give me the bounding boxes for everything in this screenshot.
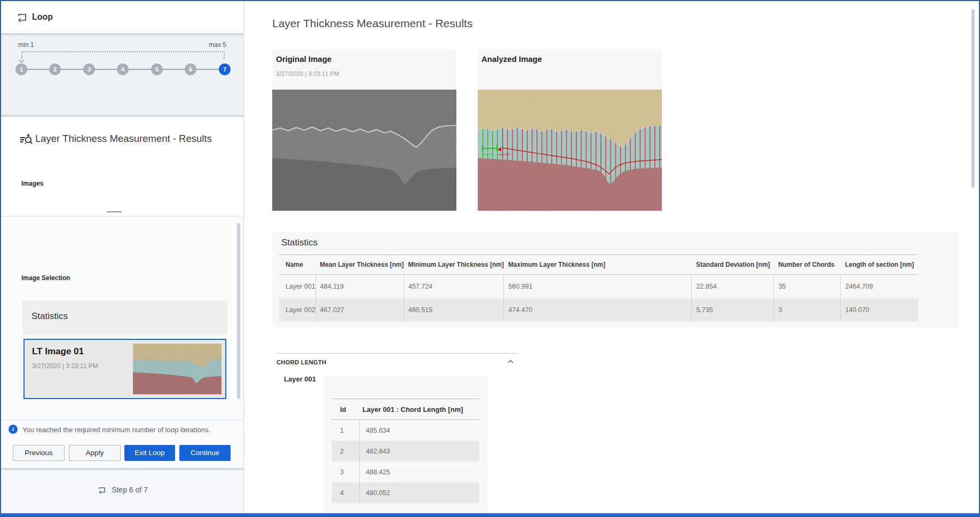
chord-row: 1 485.634 — [331, 420, 479, 441]
statistics-table: Name Mean Layer Thickness [nm] Minimum L… — [279, 254, 918, 322]
chord-layer-label: Layer 001 — [284, 375, 316, 383]
statistics-panel: Statistics Name Mean Layer Thickness [nm… — [272, 232, 958, 327]
drag-handle[interactable] — [107, 211, 122, 212]
original-image-card: Original Image 3/27/2020 | 3:23:11 PM — [272, 49, 456, 211]
lt-image-timestamp: 3/27/2020 | 3:23:11 PM — [32, 362, 98, 370]
chevron-up-icon[interactable] — [507, 360, 514, 364]
window-bottom-border — [1, 513, 979, 516]
cell: 480.052 — [359, 482, 479, 503]
loop-icon — [15, 11, 28, 23]
cell: 22.854 — [692, 275, 774, 299]
chord-length-table: Id Layer 001 : Chord Length [nm] 1 485.6… — [331, 399, 479, 503]
cell: 484.119 — [315, 275, 404, 299]
original-image-title: Original Image — [276, 54, 331, 63]
app-window: Loop min 1 max 5 1 2 3 4 5 6 7 — [0, 0, 980, 517]
statistics-title: Statistics — [281, 237, 318, 248]
cell: 482.843 — [359, 441, 479, 462]
step-progress-label: Step 6 of 7 — [112, 486, 148, 494]
image-selection-label: Image Selection — [21, 274, 70, 282]
cell: 3 — [331, 462, 359, 482]
original-image-header: Original Image 3/27/2020 | 3:23:11 PM — [272, 49, 456, 90]
col-length: Length of section [nm] — [841, 255, 918, 275]
col-name: Name — [279, 255, 315, 275]
min-iterations-label: min 1 — [18, 41, 34, 49]
exit-loop-button[interactable]: Exit Loop — [124, 445, 175, 461]
cell: 474.470 — [504, 298, 692, 322]
cell: 467.027 — [315, 298, 404, 322]
col-chord-length: Layer 001 : Chord Length [nm] — [359, 399, 479, 420]
previous-button[interactable]: Previous — [13, 445, 65, 461]
step-4[interactable]: 4 — [117, 63, 129, 75]
statistics-list-item[interactable]: Statistics — [22, 300, 227, 335]
cell: 35 — [774, 275, 841, 299]
apply-button[interactable]: Apply — [69, 445, 121, 461]
cell: 140.070 — [841, 298, 918, 322]
image-selection-panel: Image Selection Statistics LT Image 01 3… — [1, 217, 243, 419]
section-divider — [276, 353, 518, 354]
iteration-range-bracket — [21, 51, 225, 59]
cell: 4 — [331, 482, 359, 503]
chevron-down-icon — [18, 59, 25, 63]
table-row-layer-002: Layer 002 467.027 460.515 474.470 5.735 … — [279, 298, 918, 322]
chord-row: 2 482.843 — [331, 441, 479, 462]
loop-header: Loop — [1, 1, 243, 33]
statistics-header-row: Name Mean Layer Thickness [nm] Minimum L… — [279, 255, 918, 275]
cell: 3 — [774, 298, 841, 322]
loop-icon — [97, 485, 106, 495]
sidebar-footer: Step 6 of 7 — [1, 470, 243, 513]
col-mean: Mean Layer Thickness [nm] — [315, 255, 404, 275]
step-3[interactable]: 3 — [83, 63, 95, 75]
sidebar: Loop min 1 max 5 1 2 3 4 5 6 7 — [1, 1, 244, 516]
chord-length-table-container: Id Layer 001 : Chord Length [nm] 1 485.6… — [324, 376, 488, 513]
cell: 2 — [331, 441, 359, 462]
chord-length-section-title: CHORD LENGTH — [276, 359, 326, 365]
cell: 488.425 — [359, 462, 479, 482]
chord-header-row: Id Layer 001 : Chord Length [nm] — [331, 399, 479, 420]
info-message: You reached the required minimum number … — [22, 426, 210, 434]
lt-image-card-selected[interactable]: LT Image 01 3/27/2020 | 3:23:11 PM — [23, 339, 226, 399]
max-iterations-label: max 5 — [209, 41, 226, 49]
cell: Layer 002 — [279, 298, 315, 322]
col-min: Minimum Layer Thickness [nm] — [404, 255, 504, 275]
step-5[interactable]: 5 — [151, 63, 163, 75]
table-row-layer-001: Layer 001 484.119 457.724 560.991 22.854… — [279, 275, 918, 299]
col-id: Id — [331, 399, 359, 420]
cell: 460.515 — [404, 298, 504, 322]
continue-button[interactable]: Continue — [179, 445, 231, 461]
chord-row: 3 488.425 — [331, 462, 479, 482]
col-stddev: Standard Deviation [nm] — [692, 255, 774, 275]
loop-stepper: min 1 max 5 1 2 3 4 5 6 7 — [1, 35, 243, 115]
chord-row: 4 480.052 — [331, 482, 479, 503]
original-image-timestamp: 3/27/2020 | 3:23:11 PM — [276, 70, 339, 77]
step-2[interactable]: 2 — [49, 63, 61, 75]
main-content: Layer Thickness Measurement - Results Or… — [244, 1, 979, 516]
images-label: Images — [21, 180, 43, 187]
step-1[interactable]: 1 — [15, 63, 27, 75]
lt-image-thumbnail — [133, 344, 222, 394]
main-scrollbar[interactable] — [971, 9, 975, 188]
cell: 1 — [331, 420, 359, 441]
analyzed-image-card: Analyzed Image Layer 0 — [478, 49, 662, 211]
tool-panel: Layer Thickness Measurement - Results Im… — [1, 117, 243, 216]
loop-title: Loop — [32, 1, 53, 33]
statistics-list-item-label: Statistics — [31, 311, 68, 322]
analyzed-sem-image: Layer 002 Layer 001 — [478, 90, 662, 211]
page-title: Layer Thickness Measurement - Results — [272, 17, 472, 30]
analyzed-image-header: Analyzed Image — [478, 49, 662, 90]
step-6[interactable]: 6 — [185, 63, 196, 75]
cell: 5.735 — [692, 298, 774, 322]
tool-title: Layer Thickness Measurement - Results — [35, 133, 212, 145]
step-7-active[interactable]: 7 — [219, 63, 231, 75]
cell: 560.991 — [504, 275, 692, 299]
sidebar-scrollbar[interactable] — [237, 223, 240, 399]
cell: Layer 001 — [279, 275, 315, 299]
lt-image-title: LT Image 01 — [32, 346, 84, 357]
col-chords: Number of Chords — [774, 255, 841, 275]
measurement-search-icon — [18, 132, 34, 148]
action-panel: You reached the required minimum number … — [1, 420, 243, 468]
cell: 485.634 — [359, 420, 479, 441]
analyzed-image-title: Analyzed Image — [481, 54, 542, 63]
info-icon — [9, 425, 18, 434]
original-sem-image — [272, 90, 456, 211]
cell: 457.724 — [404, 275, 504, 299]
